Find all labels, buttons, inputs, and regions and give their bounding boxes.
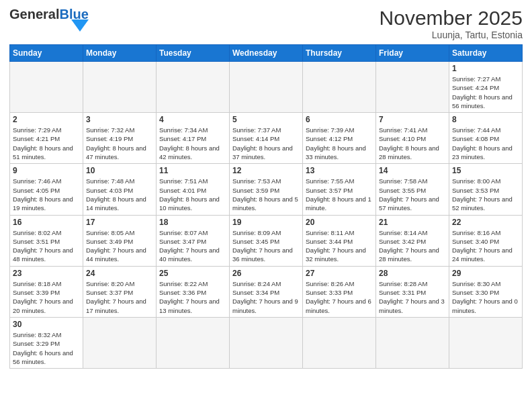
calendar-cell xyxy=(449,317,523,368)
calendar-cell: 18Sunrise: 8:07 AM Sunset: 3:47 PM Dayli… xyxy=(157,215,230,266)
day-info: Sunrise: 8:09 AM Sunset: 3:45 PM Dayligh… xyxy=(232,228,300,264)
calendar-cell: 21Sunrise: 8:14 AM Sunset: 3:42 PM Dayli… xyxy=(376,215,449,266)
col-header-thursday: Thursday xyxy=(303,45,376,62)
calendar-cell xyxy=(10,62,83,113)
calendar-cell: 28Sunrise: 8:28 AM Sunset: 3:31 PM Dayli… xyxy=(376,266,449,317)
calendar-cell xyxy=(230,317,303,368)
calendar-week-row: 23Sunrise: 8:18 AM Sunset: 3:39 PM Dayli… xyxy=(10,266,523,317)
calendar-cell: 4Sunrise: 7:34 AM Sunset: 4:17 PM Daylig… xyxy=(157,113,230,164)
calendar-cell: 25Sunrise: 8:22 AM Sunset: 3:36 PM Dayli… xyxy=(157,266,230,317)
day-number: 8 xyxy=(452,115,519,124)
day-number: 28 xyxy=(379,269,446,278)
col-header-tuesday: Tuesday xyxy=(157,45,230,62)
calendar-cell: 15Sunrise: 8:00 AM Sunset: 3:53 PM Dayli… xyxy=(449,164,523,215)
day-info: Sunrise: 8:22 AM Sunset: 3:36 PM Dayligh… xyxy=(159,279,226,315)
day-number: 14 xyxy=(379,166,446,175)
calendar-cell xyxy=(83,317,157,368)
day-info: Sunrise: 7:55 AM Sunset: 3:57 PM Dayligh… xyxy=(306,177,373,212)
day-number: 20 xyxy=(306,218,373,227)
day-info: Sunrise: 8:28 AM Sunset: 3:31 PM Dayligh… xyxy=(379,279,446,315)
day-info: Sunrise: 8:30 AM Sunset: 3:30 PM Dayligh… xyxy=(452,279,519,315)
day-info: Sunrise: 7:46 AM Sunset: 4:05 PM Dayligh… xyxy=(13,177,80,212)
day-info: Sunrise: 7:29 AM Sunset: 4:21 PM Dayligh… xyxy=(13,126,80,161)
day-info: Sunrise: 8:14 AM Sunset: 3:42 PM Dayligh… xyxy=(379,228,446,264)
col-header-sunday: Sunday xyxy=(10,45,83,62)
day-info: Sunrise: 7:37 AM Sunset: 4:14 PM Dayligh… xyxy=(232,126,300,161)
day-info: Sunrise: 7:39 AM Sunset: 4:12 PM Dayligh… xyxy=(306,126,373,161)
col-header-friday: Friday xyxy=(376,45,449,62)
logo-triangle-icon xyxy=(71,19,89,32)
calendar-cell: 30Sunrise: 8:32 AM Sunset: 3:29 PM Dayli… xyxy=(10,317,83,368)
calendar-cell: 20Sunrise: 8:11 AM Sunset: 3:44 PM Dayli… xyxy=(303,215,376,266)
calendar-cell: 19Sunrise: 8:09 AM Sunset: 3:45 PM Dayli… xyxy=(230,215,303,266)
day-info: Sunrise: 7:34 AM Sunset: 4:17 PM Dayligh… xyxy=(159,126,226,161)
calendar-cell: 3Sunrise: 7:32 AM Sunset: 4:19 PM Daylig… xyxy=(83,113,157,164)
day-number: 3 xyxy=(86,115,153,124)
day-number: 24 xyxy=(86,269,153,278)
day-number: 13 xyxy=(306,166,373,175)
day-info: Sunrise: 7:27 AM Sunset: 4:24 PM Dayligh… xyxy=(452,75,519,110)
calendar-cell: 17Sunrise: 8:05 AM Sunset: 3:49 PM Dayli… xyxy=(83,215,157,266)
day-info: Sunrise: 7:53 AM Sunset: 3:59 PM Dayligh… xyxy=(232,177,300,212)
day-number: 30 xyxy=(13,320,80,329)
day-number: 9 xyxy=(13,166,80,175)
calendar-cell: 26Sunrise: 8:24 AM Sunset: 3:34 PM Dayli… xyxy=(230,266,303,317)
logo: General Blue xyxy=(9,7,89,32)
calendar-week-row: 1Sunrise: 7:27 AM Sunset: 4:24 PM Daylig… xyxy=(10,62,523,113)
location: Luunja, Tartu, Estonia xyxy=(380,30,523,40)
day-info: Sunrise: 8:26 AM Sunset: 3:33 PM Dayligh… xyxy=(306,279,373,315)
logo-text: General xyxy=(9,7,59,22)
header: General Blue November 2025 Luunja, Tartu… xyxy=(9,7,523,40)
col-header-saturday: Saturday xyxy=(449,45,523,62)
day-info: Sunrise: 8:00 AM Sunset: 3:53 PM Dayligh… xyxy=(452,177,519,212)
day-number: 17 xyxy=(86,218,153,227)
day-info: Sunrise: 8:32 AM Sunset: 3:29 PM Dayligh… xyxy=(13,330,80,366)
calendar-cell xyxy=(303,317,376,368)
calendar: SundayMondayTuesdayWednesdayThursdayFrid… xyxy=(9,44,523,369)
day-info: Sunrise: 8:16 AM Sunset: 3:40 PM Dayligh… xyxy=(452,228,519,264)
calendar-cell: 10Sunrise: 7:48 AM Sunset: 4:03 PM Dayli… xyxy=(83,164,157,215)
day-number: 15 xyxy=(452,166,519,175)
day-info: Sunrise: 8:11 AM Sunset: 3:44 PM Dayligh… xyxy=(306,228,373,264)
day-info: Sunrise: 7:58 AM Sunset: 3:55 PM Dayligh… xyxy=(379,177,446,212)
calendar-cell: 2Sunrise: 7:29 AM Sunset: 4:21 PM Daylig… xyxy=(10,113,83,164)
day-number: 22 xyxy=(452,218,519,227)
day-number: 5 xyxy=(232,115,300,124)
day-number: 6 xyxy=(306,115,373,124)
day-info: Sunrise: 7:48 AM Sunset: 4:03 PM Dayligh… xyxy=(86,177,153,212)
calendar-cell: 5Sunrise: 7:37 AM Sunset: 4:14 PM Daylig… xyxy=(230,113,303,164)
day-number: 19 xyxy=(232,218,300,227)
day-number: 21 xyxy=(379,218,446,227)
day-number: 7 xyxy=(379,115,446,124)
day-info: Sunrise: 8:24 AM Sunset: 3:34 PM Dayligh… xyxy=(232,279,300,315)
calendar-cell xyxy=(376,317,449,368)
day-number: 1 xyxy=(452,64,519,73)
calendar-header-row: SundayMondayTuesdayWednesdayThursdayFrid… xyxy=(10,45,523,62)
day-number: 27 xyxy=(306,269,373,278)
col-header-wednesday: Wednesday xyxy=(230,45,303,62)
calendar-cell: 13Sunrise: 7:55 AM Sunset: 3:57 PM Dayli… xyxy=(303,164,376,215)
calendar-cell xyxy=(303,62,376,113)
day-info: Sunrise: 8:05 AM Sunset: 3:49 PM Dayligh… xyxy=(86,228,153,264)
col-header-monday: Monday xyxy=(83,45,157,62)
calendar-cell: 11Sunrise: 7:51 AM Sunset: 4:01 PM Dayli… xyxy=(157,164,230,215)
day-info: Sunrise: 8:07 AM Sunset: 3:47 PM Dayligh… xyxy=(159,228,226,264)
calendar-cell: 27Sunrise: 8:26 AM Sunset: 3:33 PM Dayli… xyxy=(303,266,376,317)
calendar-cell: 16Sunrise: 8:02 AM Sunset: 3:51 PM Dayli… xyxy=(10,215,83,266)
calendar-week-row: 9Sunrise: 7:46 AM Sunset: 4:05 PM Daylig… xyxy=(10,164,523,215)
day-number: 25 xyxy=(159,269,226,278)
calendar-cell: 14Sunrise: 7:58 AM Sunset: 3:55 PM Dayli… xyxy=(376,164,449,215)
page: General Blue November 2025 Luunja, Tartu… xyxy=(0,0,532,375)
calendar-cell: 6Sunrise: 7:39 AM Sunset: 4:12 PM Daylig… xyxy=(303,113,376,164)
calendar-week-row: 16Sunrise: 8:02 AM Sunset: 3:51 PM Dayli… xyxy=(10,215,523,266)
calendar-week-row: 30Sunrise: 8:32 AM Sunset: 3:29 PM Dayli… xyxy=(10,317,523,368)
calendar-cell: 24Sunrise: 8:20 AM Sunset: 3:37 PM Dayli… xyxy=(83,266,157,317)
title-block: November 2025 Luunja, Tartu, Estonia xyxy=(380,7,523,40)
day-number: 23 xyxy=(13,269,80,278)
day-number: 2 xyxy=(13,115,80,124)
calendar-cell: 9Sunrise: 7:46 AM Sunset: 4:05 PM Daylig… xyxy=(10,164,83,215)
calendar-cell: 12Sunrise: 7:53 AM Sunset: 3:59 PM Dayli… xyxy=(230,164,303,215)
day-info: Sunrise: 7:41 AM Sunset: 4:10 PM Dayligh… xyxy=(379,126,446,161)
svg-marker-0 xyxy=(71,19,89,32)
calendar-cell: 1Sunrise: 7:27 AM Sunset: 4:24 PM Daylig… xyxy=(449,62,523,113)
